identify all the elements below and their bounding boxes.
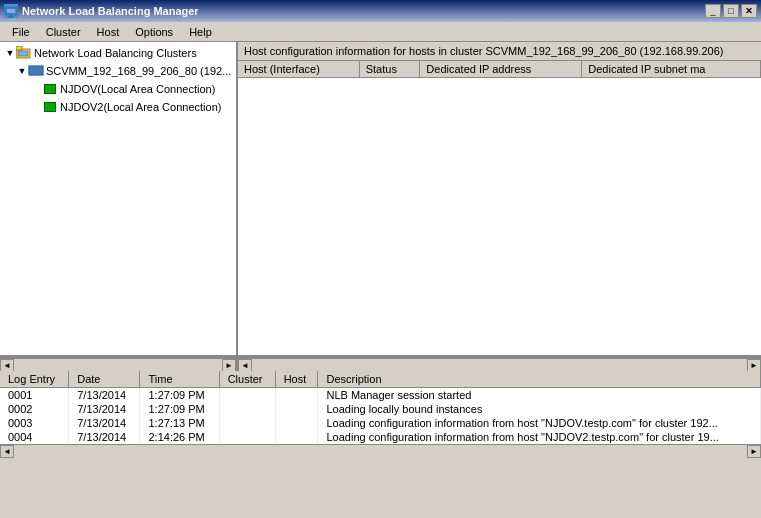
log-cell-time: 1:27:09 PM xyxy=(140,388,219,403)
tree-host2-label: NJDOV2(Local Area Connection) xyxy=(60,101,221,113)
log-cell-cluster xyxy=(219,416,275,430)
log-cell-entry: 0004 xyxy=(0,430,69,444)
window-controls[interactable]: _ □ ✕ xyxy=(705,4,757,18)
title-bar-left: Network Load Balancing Manager xyxy=(4,4,199,18)
bottom-scroll-left-btn[interactable]: ◄ xyxy=(0,445,14,458)
log-cell-host xyxy=(275,402,318,416)
right-hscroll[interactable]: ◄ ► xyxy=(238,359,761,371)
main-content: ▼ Network Load Balancing Clusters ▼ xyxy=(0,42,761,357)
col-dedicated-ip: Dedicated IP address xyxy=(420,61,582,78)
close-button[interactable]: ✕ xyxy=(741,4,757,18)
tree-cluster-label: SCVMM_192_168_99_206_80 (192... xyxy=(46,65,231,77)
log-cell-date: 7/13/2014 xyxy=(69,388,140,403)
log-cell-cluster xyxy=(219,430,275,444)
host-table-wrapper[interactable]: Host (Interface) Status Dedicated IP add… xyxy=(238,61,761,355)
host1-status-icon xyxy=(42,81,58,97)
log-area: Log Entry Date Time Cluster Host Descrip… xyxy=(0,371,761,458)
log-cell-entry: 0001 xyxy=(0,388,69,403)
menu-file[interactable]: File xyxy=(4,24,38,40)
tree-root-label: Network Load Balancing Clusters xyxy=(34,47,197,59)
tree-root[interactable]: ▼ Network Load Balancing Clusters xyxy=(2,44,234,62)
minimize-button[interactable]: _ xyxy=(705,4,721,18)
split-scroll-row: ◄ ► ◄ ► xyxy=(0,357,761,371)
info-header: Host configuration information for hosts… xyxy=(238,42,761,61)
log-cell-description: Loading locally bound instances xyxy=(318,402,761,416)
expand-cluster-icon[interactable]: ▼ xyxy=(16,66,28,76)
log-header-row: Log Entry Date Time Cluster Host Descrip… xyxy=(0,371,761,388)
log-col-time: Time xyxy=(140,371,219,388)
log-cell-description: NLB Manager session started xyxy=(318,388,761,403)
host2-status-icon xyxy=(42,99,58,115)
maximize-button[interactable]: □ xyxy=(723,4,739,18)
log-cell-date: 7/13/2014 xyxy=(69,430,140,444)
bottom-scroll[interactable]: ◄ ► xyxy=(0,444,761,458)
log-cell-time: 1:27:13 PM xyxy=(140,416,219,430)
log-col-cluster: Cluster xyxy=(219,371,275,388)
tree-cluster[interactable]: ▼ SCVMM_192_168_99_206_80 (192... xyxy=(2,62,234,80)
log-table: Log Entry Date Time Cluster Host Descrip… xyxy=(0,371,761,444)
left-hscroll[interactable]: ◄ ► xyxy=(0,359,238,371)
svg-rect-6 xyxy=(18,51,28,56)
host-table-header-row: Host (Interface) Status Dedicated IP add… xyxy=(238,61,761,78)
app-title: Network Load Balancing Manager xyxy=(22,5,199,17)
log-cell-description: Loading configuration information from h… xyxy=(318,416,761,430)
log-table-row[interactable]: 00047/13/20142:14:26 PMLoading configura… xyxy=(0,430,761,444)
log-cell-host xyxy=(275,430,318,444)
log-cell-description: Loading configuration information from h… xyxy=(318,430,761,444)
log-cell-entry: 0003 xyxy=(0,416,69,430)
menu-host[interactable]: Host xyxy=(89,24,128,40)
menu-options[interactable]: Options xyxy=(127,24,181,40)
tree-host1-label: NJDOV(Local Area Connection) xyxy=(60,83,215,95)
log-cell-cluster xyxy=(219,388,275,403)
log-col-host: Host xyxy=(275,371,318,388)
cluster-icon xyxy=(28,63,44,79)
col-status: Status xyxy=(359,61,420,78)
bottom-scroll-track[interactable] xyxy=(14,445,747,458)
log-table-row[interactable]: 00027/13/20141:27:09 PMLoading locally b… xyxy=(0,402,761,416)
log-cell-time: 2:14:26 PM xyxy=(140,430,219,444)
col-subnet-mask: Dedicated IP subnet ma xyxy=(582,61,761,78)
log-cell-date: 7/13/2014 xyxy=(69,416,140,430)
log-table-wrapper[interactable]: Log Entry Date Time Cluster Host Descrip… xyxy=(0,371,761,444)
svg-rect-5 xyxy=(16,46,22,50)
log-cell-time: 1:27:09 PM xyxy=(140,402,219,416)
title-bar: Network Load Balancing Manager _ □ ✕ xyxy=(0,0,761,22)
expand-root-icon[interactable]: ▼ xyxy=(4,48,16,58)
tree-host-2[interactable]: NJDOV2(Local Area Connection) xyxy=(2,98,234,116)
log-cell-cluster xyxy=(219,402,275,416)
log-cell-entry: 0002 xyxy=(0,402,69,416)
menu-bar: File Cluster Host Options Help xyxy=(0,22,761,42)
app-icon xyxy=(4,4,18,18)
menu-help[interactable]: Help xyxy=(181,24,220,40)
log-col-entry: Log Entry xyxy=(0,371,69,388)
log-cell-date: 7/13/2014 xyxy=(69,402,140,416)
svg-rect-1 xyxy=(7,9,15,13)
col-host-interface: Host (Interface) xyxy=(238,61,359,78)
host-table: Host (Interface) Status Dedicated IP add… xyxy=(238,61,761,78)
tree-body[interactable]: ▼ Network Load Balancing Clusters ▼ xyxy=(0,42,236,333)
log-col-date: Date xyxy=(69,371,140,388)
bottom-scroll-right-btn[interactable]: ► xyxy=(747,445,761,458)
network-folder-icon xyxy=(16,45,32,61)
log-cell-host xyxy=(275,416,318,430)
info-panel: Host configuration information for hosts… xyxy=(238,42,761,355)
log-col-description: Description xyxy=(318,371,761,388)
tree-host-1[interactable]: NJDOV(Local Area Connection) xyxy=(2,80,234,98)
log-table-row[interactable]: 00037/13/20141:27:13 PMLoading configura… xyxy=(0,416,761,430)
log-table-row[interactable]: 00017/13/20141:27:09 PMNLB Manager sessi… xyxy=(0,388,761,403)
tree-panel: ▼ Network Load Balancing Clusters ▼ xyxy=(0,42,238,355)
menu-cluster[interactable]: Cluster xyxy=(38,24,89,40)
log-cell-host xyxy=(275,388,318,403)
svg-rect-9 xyxy=(29,66,43,75)
